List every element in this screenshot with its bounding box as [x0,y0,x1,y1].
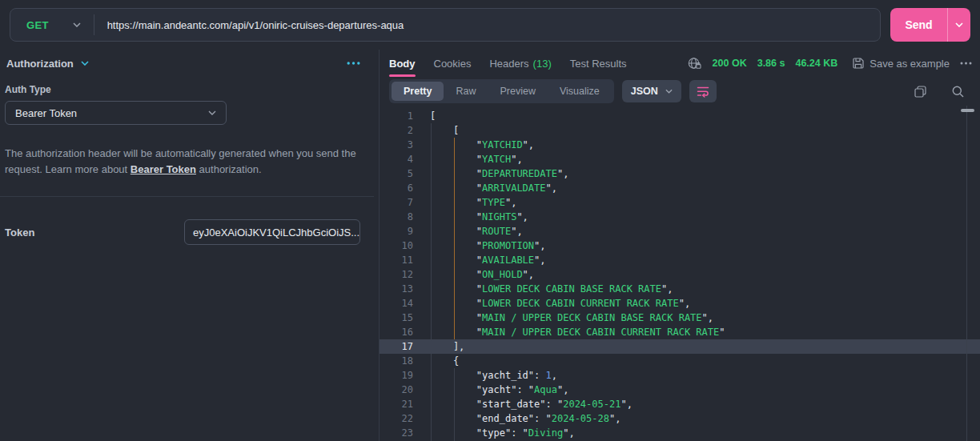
headers-count-badge: (13) [533,58,552,70]
chevron-down-icon [73,22,81,27]
format-select[interactable]: JSON [622,80,681,102]
token-input[interactable]: eyJ0eXAiOiJKV1QiLCJhbGciOiJS... [184,219,360,245]
view-preview[interactable]: Preview [488,82,547,101]
tab-headers[interactable]: Headers(13) [489,50,551,77]
line-number: 10 [380,239,413,253]
view-pretty[interactable]: Pretty [392,82,444,101]
code-line-content: "yacht": "Aqua", [430,383,568,397]
code-line-content: "start_date": "2024-05-21", [430,397,633,411]
line-number: 15 [380,311,413,325]
auth-type-select[interactable]: Bearer Token [5,101,227,125]
auth-description-text: authorization. [196,163,262,175]
more-options-icon[interactable] [347,62,360,65]
save-icon [853,58,864,69]
scrollbar-track[interactable] [966,106,967,441]
line-number: 19 [380,368,413,383]
code-line-content: "PROMOTION", [430,239,546,253]
code-line-content: ], [430,339,464,354]
code-line-content: "AVAILABLE", [430,253,546,267]
code-line[interactable]: 3"YATCHID", [380,138,980,152]
code-line[interactable]: 1[ [380,109,980,123]
code-line[interactable]: 23"type": "Diving", [380,426,980,440]
view-mode-switcher: Pretty Raw Preview Visualize [389,79,614,103]
code-line-content: "YATCH", [430,152,523,166]
line-number: 8 [380,210,413,224]
format-value: JSON [631,86,658,97]
token-label: Token [5,227,34,239]
copy-response-icon[interactable] [911,82,930,101]
save-as-example-label: Save as example [870,58,950,70]
code-line[interactable]: 21"start_date": "2024-05-21", [380,397,980,411]
auth-type-value: Bearer Token [15,107,208,119]
line-number: 21 [380,397,413,411]
response-time: 3.86 s [757,58,785,69]
code-lines: 1[2[3"YATCHID",4"YATCH",5"DEPARTUREDATE"… [380,109,980,440]
authorization-title: Authorization [6,58,74,70]
code-line[interactable]: 16"MAIN / UPPER DECK CABIN CURRENT RACK … [380,325,980,339]
line-number: 16 [380,325,413,339]
code-line-content: "MAIN / UPPER DECK CABIN BASE RACK RATE"… [430,311,713,325]
send-options-chevron[interactable] [948,8,970,42]
code-line[interactable]: 18{ [380,354,980,368]
wrap-lines-icon [697,86,709,98]
auth-type-label: Auth Type [5,84,360,95]
scrollbar-thumb[interactable] [961,109,974,112]
code-line[interactable]: 8"NIGHTS", [380,210,980,224]
tab-cookies[interactable]: Cookies [434,50,472,77]
line-number: 18 [380,354,413,368]
code-line-content: "DEPARTUREDATE", [430,166,568,181]
code-line[interactable]: 5"DEPARTUREDATE", [380,166,980,181]
divider [0,196,374,197]
code-line[interactable]: 14"LOWER DECK CABIN CURRENT RACK RATE", [380,296,980,311]
save-as-example-button[interactable]: Save as example [853,58,950,70]
search-response-icon[interactable] [949,82,967,101]
status-code: 200 OK [713,58,747,69]
code-line-content: [ [430,109,436,123]
code-line-content: "LOWER DECK CABIN CURRENT RACK RATE", [430,296,690,311]
tab-test-results[interactable]: Test Results [570,50,627,77]
chevron-down-icon[interactable] [81,61,89,66]
code-line[interactable]: 7"TYPE", [380,195,980,210]
response-body-editor[interactable]: 1[2[3"YATCHID",4"YATCH",5"DEPARTUREDATE"… [380,106,980,441]
code-line[interactable]: 4"YATCH", [380,152,980,166]
network-globe-lock-icon[interactable] [688,57,702,70]
wrap-lines-button[interactable] [689,80,717,102]
view-visualize[interactable]: Visualize [548,82,612,101]
code-line-content: "yacht_id": 1, [430,368,557,383]
code-line-content: "NIGHTS", [430,210,528,224]
code-line-content: [ [430,123,459,138]
code-line[interactable]: 22"end_date": "2024-05-28", [380,411,980,426]
line-number: 14 [380,296,413,311]
code-line[interactable]: 9"ROUTE", [380,224,980,239]
code-line[interactable]: 15"MAIN / UPPER DECK CABIN BASE RACK RAT… [380,311,980,325]
bearer-token-link[interactable]: Bearer Token [131,163,196,175]
code-line-content: "type": "Diving", [430,426,575,440]
chevron-down-icon [665,89,673,94]
line-number: 9 [380,224,413,239]
response-size: 46.24 KB [795,58,837,69]
code-line-content: { [430,354,459,368]
line-number: 22 [380,411,413,426]
line-number: 20 [380,383,413,397]
method-select[interactable]: GET [10,19,94,31]
more-options-icon[interactable] [960,62,972,65]
authorization-panel: Authorization Auth Type Bearer Token The… [0,50,380,441]
code-line[interactable]: 2[ [380,123,980,138]
code-line[interactable]: 11"AVAILABLE", [380,253,980,267]
chevron-down-icon [208,110,216,115]
code-line[interactable]: 12"ON_HOLD", [380,267,980,282]
tab-body[interactable]: Body [389,50,416,77]
code-line[interactable]: 20"yacht": "Aqua", [380,383,980,397]
line-number: 7 [380,195,413,210]
send-button-label[interactable]: Send [890,8,947,42]
line-number: 1 [380,109,413,123]
view-raw[interactable]: Raw [444,82,488,101]
send-button[interactable]: Send [890,8,970,42]
url-input[interactable]: https://main.andeantc.com/api/v1/oniric-… [94,19,417,31]
code-line[interactable]: 13"LOWER DECK CABIN BASE RACK RATE", [380,282,980,296]
code-line[interactable]: 19"yacht_id": 1, [380,368,980,383]
line-number: 3 [380,138,413,152]
code-line[interactable]: 17], [380,339,980,354]
code-line[interactable]: 10"PROMOTION", [380,239,980,253]
code-line[interactable]: 6"ARRIVALDATE", [380,181,980,195]
